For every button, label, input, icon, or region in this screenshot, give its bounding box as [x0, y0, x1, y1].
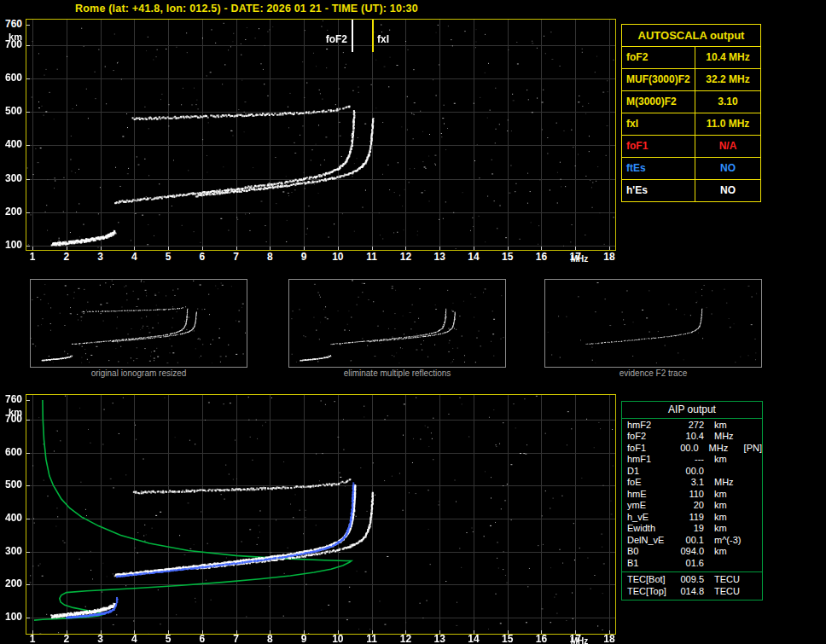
aip-row: TEC[Top]014.8TECU — [622, 585, 762, 597]
aip-table-title: AIP output — [622, 402, 762, 419]
x-tick-label: 2 — [57, 634, 76, 644]
autoscala-table-rows: foF210.4 MHzMUF(3000)F232.2 MHzM(3000)F2… — [622, 46, 760, 201]
autoscala-row: foF1N/A — [622, 135, 760, 157]
aip-param: hmF1 — [627, 454, 673, 464]
aip-row: Ewidth19km — [622, 523, 762, 535]
autoscala-row: h'EsNO — [622, 179, 760, 201]
x-tick-label: 16 — [532, 252, 550, 264]
aip-value: 20 — [673, 500, 704, 510]
autoscala-row: ftEsNO — [622, 157, 760, 179]
aip-unit: m^(-3) — [714, 535, 750, 545]
x-tick-label: 10 — [329, 252, 347, 264]
aip-value: 272 — [673, 420, 704, 430]
y-tick-label: 100 — [2, 240, 22, 252]
thumb3-canvas — [545, 280, 761, 363]
autoscala-row: foF210.4 MHz — [622, 46, 760, 68]
autoscala-row: M(3000)F23.10 — [622, 90, 760, 113]
aip-row: D100.0 — [622, 465, 762, 477]
aip-value: 094.0 — [673, 546, 704, 556]
thumb2-caption: eliminate multiple reflections — [288, 368, 506, 378]
aip-unit: km — [714, 420, 750, 430]
aip-value: 00.0 — [670, 443, 698, 453]
aip-param: TEC[Bot] — [627, 574, 673, 584]
x-tick-label: 12 — [396, 252, 415, 264]
autoscala-output-table: AUTOSCALA output foF210.4 MHzMUF(3000)F2… — [621, 24, 761, 202]
aip-param: Ewidth — [627, 523, 673, 533]
aip-value: 119 — [673, 512, 704, 522]
x-tick-label: 6 — [193, 634, 212, 644]
y-tick-label: 760 — [2, 19, 22, 31]
x-tick-label: 18 — [600, 634, 619, 644]
thumb1-canvas — [31, 280, 247, 363]
thumb-eliminate-multiples — [288, 279, 506, 368]
x-tick-label: 14 — [464, 634, 483, 644]
x-tick-label: 15 — [498, 634, 517, 644]
aip-row: hmF1---km — [622, 454, 762, 466]
x-tick-label: 18 — [600, 252, 619, 264]
thumb-evidence-f2-trace — [544, 279, 762, 368]
autoscala-param: MUF(3000)F2 — [622, 69, 695, 90]
aip-param: DelN_vE — [627, 535, 673, 545]
x-tick-label: 11 — [363, 252, 381, 264]
aip-unit: MHz — [714, 431, 750, 441]
autoscala-value: 10.4 MHz — [695, 47, 760, 68]
x-tick-label: 2 — [57, 252, 76, 264]
y-axis-unit: km — [2, 407, 22, 419]
aip-value: 00.1 — [673, 535, 704, 545]
autoscala-param: foF1 — [622, 136, 695, 157]
aip-table-rows: hmF2272kmfoF210.4MHzfoF100.0MHz[PN]hmF1-… — [622, 419, 762, 569]
aip-unit: km — [714, 523, 750, 533]
aip-value: 014.8 — [673, 586, 704, 596]
autoscala-param: M(3000)F2 — [622, 91, 695, 113]
aip-param: foE — [627, 477, 673, 487]
y-tick-label: 300 — [2, 546, 22, 558]
x-axis-unit: MHz — [570, 635, 589, 644]
autoscala-value: 32.2 MHz — [695, 69, 760, 90]
x-tick-label: 9 — [294, 252, 313, 264]
aip-unit: TECU — [714, 586, 750, 596]
aip-param: hmF2 — [627, 420, 673, 430]
aip-value: 3.1 — [673, 477, 704, 487]
aip-unit: km — [714, 454, 750, 464]
autoscala-window: Rome (lat: +41.8, lon: 012.5) - DATE: 20… — [0, 0, 826, 644]
y-tick-label: 500 — [2, 106, 22, 118]
aip-extra: [PN] — [744, 443, 762, 453]
x-tick-label: 13 — [430, 252, 449, 264]
x-tick-label: 14 — [464, 252, 483, 264]
autoscala-value: NO — [695, 158, 760, 179]
autoscala-param: ftEs — [622, 158, 695, 179]
aip-value: 009.5 — [673, 574, 704, 584]
page-title: Rome (lat: +41.8, lon: 012.5) - DATE: 20… — [75, 3, 418, 15]
y-tick-label: 200 — [2, 578, 22, 590]
x-tick-label: 3 — [91, 634, 110, 644]
aip-row: DelN_vE00.1m^(-3) — [622, 534, 762, 546]
x-tick-label: 6 — [193, 252, 212, 264]
aip-output-table: AIP output hmF2272kmfoF210.4MHzfoF100.0M… — [621, 401, 763, 600]
thumb3-caption: evidence F2 trace — [544, 368, 762, 378]
aip-value: 19 — [673, 523, 704, 533]
x-axis-unit: MHz — [570, 253, 589, 265]
y-tick-label: 200 — [2, 206, 22, 218]
top-ionogram-panel — [26, 19, 616, 251]
autoscala-param: foF2 — [622, 47, 695, 68]
aip-row: foE3.1MHz — [622, 477, 762, 489]
aip-param: ymE — [627, 500, 673, 510]
x-tick-label: 13 — [430, 634, 449, 644]
x-tick-label: 5 — [159, 634, 177, 644]
x-tick-label: 3 — [91, 252, 110, 264]
y-tick-label: 600 — [2, 447, 22, 459]
autoscala-row: fxI11.0 MHz — [622, 113, 760, 135]
bottom-ionogram-canvas — [26, 395, 615, 634]
x-tick-label: 7 — [227, 634, 246, 644]
bottom-ionogram-panel — [26, 394, 616, 635]
y-tick-label: 600 — [2, 73, 22, 84]
x-tick-label: 11 — [363, 634, 381, 644]
autoscala-row: MUF(3000)F232.2 MHz — [622, 68, 760, 90]
x-tick-label: 12 — [396, 634, 415, 644]
aip-row: foF210.4MHz — [622, 431, 762, 443]
aip-value: 00.0 — [673, 466, 704, 476]
aip-unit: TECU — [714, 574, 750, 584]
thumb-original-ionogram — [30, 279, 247, 368]
aip-row: h_vE119km — [622, 511, 762, 523]
autoscala-value: 11.0 MHz — [695, 113, 760, 135]
